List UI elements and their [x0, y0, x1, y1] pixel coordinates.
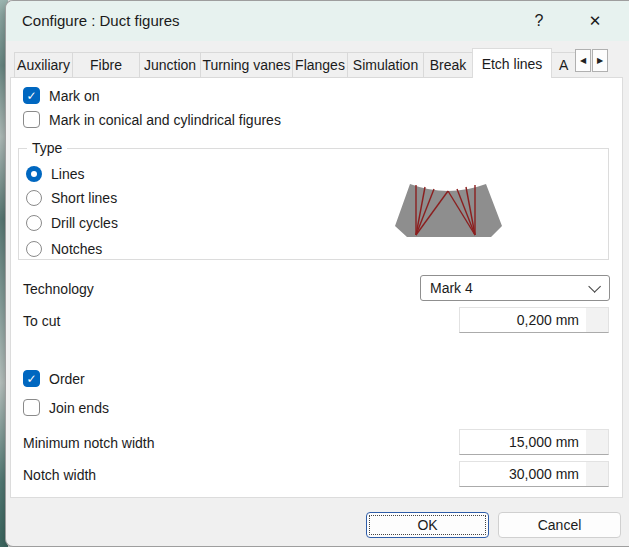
notch-width-label: Notch width [23, 467, 96, 483]
notch-width-spinner-strip[interactable] [586, 462, 608, 486]
order-label: Order [49, 371, 85, 387]
join-ends-checkbox-row[interactable]: Join ends [23, 399, 109, 416]
minimum-notch-width-value: 15,000 mm [509, 434, 579, 450]
radio-drill-cycles-row[interactable]: Drill cycles [26, 215, 118, 231]
join-ends-checkbox[interactable] [23, 399, 40, 416]
type-group-legend: Type [27, 140, 67, 156]
tab-simulation[interactable]: Simulation [347, 52, 424, 78]
mark-conical-checkbox[interactable] [23, 111, 40, 128]
help-icon: ? [535, 12, 544, 30]
mark-on-label: Mark on [49, 88, 100, 104]
order-checkbox[interactable]: ✓ [23, 370, 40, 387]
ok-button[interactable]: OK [366, 512, 489, 538]
to-cut-label: To cut [23, 313, 60, 329]
mark-on-checkbox[interactable]: ✓ [23, 87, 40, 104]
tab-scroll-left-button[interactable]: ◀ [575, 49, 591, 72]
check-icon: ✓ [26, 373, 36, 385]
minimum-notch-width-spinner-strip[interactable] [586, 430, 608, 454]
titlebar[interactable]: Configure : Duct figures ? ✕ [6, 1, 629, 41]
arrow-left-icon: ◀ [580, 56, 586, 65]
arrow-right-icon: ▶ [597, 56, 603, 65]
technology-value: Mark 4 [421, 280, 588, 296]
radio-notches-row[interactable]: Notches [26, 241, 102, 257]
screen: Configure : Duct figures ? ✕ Auxiliary F… [0, 0, 629, 547]
close-button[interactable]: ✕ [572, 1, 618, 41]
tab-auxiliary[interactable]: Auxiliary [14, 52, 73, 78]
tab-fibre[interactable]: Fibre [72, 52, 140, 78]
configure-duct-figures-dialog: Configure : Duct figures ? ✕ Auxiliary F… [5, 0, 629, 547]
mark-conical-checkbox-row[interactable]: Mark in conical and cylindrical figures [23, 111, 281, 128]
radio-dot [31, 171, 37, 177]
minimum-notch-width-field[interactable]: 15,000 mm [459, 429, 609, 455]
tab-etch-lines[interactable]: Etch lines [472, 48, 552, 78]
to-cut-field[interactable]: 0,200 mm [459, 307, 609, 333]
to-cut-value: 0,200 mm [517, 312, 579, 328]
notch-width-field[interactable]: 30,000 mm [459, 461, 609, 487]
close-icon: ✕ [589, 12, 602, 30]
notch-width-value: 30,000 mm [509, 466, 579, 482]
cancel-button[interactable]: Cancel [498, 512, 621, 538]
join-ends-label: Join ends [49, 400, 109, 416]
radio-short-lines-row[interactable]: Short lines [26, 190, 117, 206]
radio-notches[interactable] [26, 241, 42, 257]
mark-on-checkbox-row[interactable]: ✓ Mark on [23, 87, 100, 104]
technology-label: Technology [23, 281, 94, 297]
etch-lines-preview [391, 180, 511, 244]
radio-lines[interactable] [26, 166, 42, 182]
radio-lines-label: Lines [51, 166, 84, 182]
chevron-down-icon [588, 280, 601, 293]
technology-dropdown[interactable]: Mark 4 [420, 275, 610, 301]
help-button[interactable]: ? [516, 1, 562, 41]
mark-conical-label: Mark in conical and cylindrical figures [49, 112, 281, 128]
window-title: Configure : Duct figures [22, 12, 180, 29]
tab-flanges[interactable]: Flanges [292, 52, 348, 78]
radio-short-lines-label: Short lines [51, 190, 117, 206]
tab-scroll-right-button[interactable]: ▶ [592, 49, 608, 72]
radio-notches-label: Notches [51, 241, 102, 257]
radio-lines-row[interactable]: Lines [26, 166, 84, 182]
minimum-notch-width-label: Minimum notch width [23, 435, 155, 451]
radio-short-lines[interactable] [26, 190, 42, 206]
tab-break[interactable]: Break [423, 52, 473, 78]
to-cut-spinner-strip[interactable] [586, 308, 608, 332]
check-icon: ✓ [26, 90, 36, 102]
radio-drill-cycles-label: Drill cycles [51, 215, 118, 231]
tab-junction[interactable]: Junction [139, 52, 201, 78]
tab-turning-vanes[interactable]: Turning vanes [200, 52, 293, 78]
tab-strip: Auxiliary Fibre Junction Turning vanes F… [14, 48, 584, 78]
order-checkbox-row[interactable]: ✓ Order [23, 370, 85, 387]
radio-drill-cycles[interactable] [26, 215, 42, 231]
